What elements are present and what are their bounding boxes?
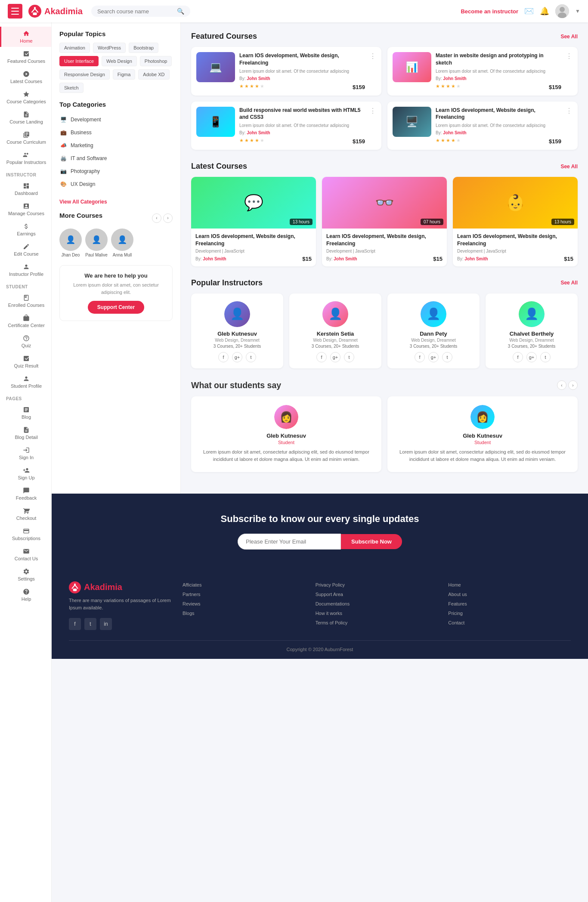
sidebar-item-quiz-result[interactable]: Quiz Result — [0, 352, 51, 372]
facebook-icon-4[interactable]: f — [513, 352, 523, 362]
category-item-photography[interactable]: 📷 Photography — [59, 165, 173, 178]
tag-user-interface[interactable]: User Interface — [59, 56, 99, 66]
course-author-link-3[interactable]: John Smith — [247, 130, 270, 135]
twitter-icon-3[interactable]: t — [442, 352, 452, 362]
footer-link-howitworks[interactable]: How it works — [316, 611, 342, 616]
category-item-marketing[interactable]: 📣 Marketing — [59, 139, 173, 152]
sidebar-item-certificate-center[interactable]: Certificate Center — [0, 311, 51, 331]
featured-courses-see-all[interactable]: See All — [560, 34, 578, 40]
sidebar-item-latest-courses[interactable]: Latest Courses — [0, 67, 51, 87]
googleplus-icon-3[interactable]: g+ — [428, 352, 439, 362]
latest-courses-see-all[interactable]: See All — [560, 164, 578, 170]
sidebar-item-checkout[interactable]: Checkout — [0, 504, 51, 524]
sidebar-item-feedback[interactable]: Feedback — [0, 484, 51, 504]
sidebar-item-enrolled-courses[interactable]: Enrolled Courses — [0, 291, 51, 311]
category-item-it-software[interactable]: 🖨️ IT and Software — [59, 152, 173, 165]
course-menu-2[interactable]: ⋮ — [566, 52, 573, 60]
sidebar-item-subscriptions[interactable]: Subscriptions — [0, 524, 51, 544]
latest-author-link-3[interactable]: John Smith — [464, 256, 488, 261]
twitter-icon-4[interactable]: t — [540, 352, 551, 362]
support-center-button[interactable]: Support Center — [88, 301, 144, 314]
sidebar-item-earnings[interactable]: Earnings — [0, 219, 51, 240]
sidebar-item-student-profile[interactable]: Student Profile — [0, 372, 51, 392]
tag-adobe-xd[interactable]: Adobe XD — [138, 69, 169, 80]
tag-bootstrap[interactable]: Bootstrap — [129, 43, 158, 53]
course-menu-4[interactable]: ⋮ — [566, 107, 573, 115]
popular-instructors-see-all[interactable]: See All — [560, 280, 578, 286]
logo[interactable]: Akadimia — [28, 5, 83, 18]
instructor-mini-annamull[interactable]: 👤 Anna Mull — [111, 229, 133, 257]
tag-photoshop[interactable]: Photoshop — [140, 56, 172, 66]
sidebar-item-course-landing[interactable]: Course Landing — [0, 108, 51, 128]
testimonials-next[interactable]: › — [568, 380, 578, 390]
tag-responsive-design[interactable]: Responsive Design — [59, 69, 110, 80]
tag-figma[interactable]: Figma — [113, 69, 136, 80]
mail-icon[interactable]: ✉️ — [524, 6, 534, 16]
sidebar-item-dashboard[interactable]: Dashboard — [0, 179, 51, 199]
category-item-business[interactable]: 💼 Business — [59, 126, 173, 139]
footer-link-docs[interactable]: Documentations — [316, 601, 350, 606]
footer-link-reviews[interactable]: Reviews — [183, 601, 201, 606]
sidebar-item-course-curriculum[interactable]: Course Curriculum — [0, 128, 51, 148]
footer-link-terms[interactable]: Terms of Policy — [316, 620, 348, 625]
avatar-dropdown-icon[interactable]: ▼ — [575, 8, 580, 14]
footer-twitter-icon[interactable]: t — [84, 618, 96, 630]
testimonials-prev[interactable]: ‹ — [557, 380, 566, 390]
footer-link-privacy[interactable]: Privacy Policy — [316, 582, 345, 587]
become-instructor-link[interactable]: Become an instructor — [461, 8, 518, 15]
footer-link-afficiates[interactable]: Afficiates — [183, 582, 201, 587]
footer-logo[interactable]: Akadimia — [69, 581, 164, 593]
tag-sketch[interactable]: Sketch — [59, 83, 84, 93]
footer-link-home[interactable]: Home — [448, 582, 461, 587]
footer-link-partners[interactable]: Partners — [183, 592, 201, 597]
sidebar-item-edit-course[interactable]: Edit Course — [0, 240, 51, 260]
course-author-link-1[interactable]: John Smith — [247, 76, 270, 81]
more-courses-next[interactable]: › — [163, 213, 173, 223]
facebook-icon-3[interactable]: f — [415, 352, 425, 362]
sidebar-item-instructor-profile[interactable]: Instructor Profile — [0, 260, 51, 280]
sidebar-item-quiz[interactable]: Quiz — [0, 331, 51, 352]
footer-link-features[interactable]: Features — [448, 601, 467, 606]
footer-link-about[interactable]: About us — [448, 592, 467, 597]
latest-author-link-1[interactable]: John Smith — [203, 256, 226, 261]
course-menu-1[interactable]: ⋮ — [369, 52, 376, 60]
footer-facebook-icon[interactable]: f — [69, 618, 81, 630]
sidebar-item-settings[interactable]: Settings — [0, 565, 51, 585]
avatar[interactable] — [555, 4, 569, 18]
course-author-link-2[interactable]: John Smith — [443, 76, 466, 81]
sidebar-item-sign-up[interactable]: Sign Up — [0, 463, 51, 484]
sidebar-item-manage-courses[interactable]: Manage Courses — [0, 199, 51, 219]
sidebar-item-blog[interactable]: Blog — [0, 403, 51, 423]
footer-link-blogs[interactable]: Blogs — [183, 611, 195, 616]
sidebar-item-contact-us[interactable]: Contact Us — [0, 544, 51, 565]
category-item-ux-design[interactable]: 🎨 UX Design — [59, 178, 173, 191]
facebook-icon[interactable]: f — [218, 352, 229, 362]
instructor-mini-paulmalive[interactable]: 👤 Paul Malive — [85, 229, 108, 257]
subscribe-button[interactable]: Subscribe Now — [341, 534, 402, 549]
googleplus-icon-4[interactable]: g+ — [526, 352, 537, 362]
sidebar-item-help[interactable]: Help — [0, 585, 51, 605]
sidebar-item-course-categories[interactable]: Course Categories — [0, 87, 51, 108]
more-courses-prev[interactable]: ‹ — [152, 213, 161, 223]
footer-link-contact[interactable]: Contact — [448, 620, 464, 625]
tag-animation[interactable]: Animation — [59, 43, 90, 53]
facebook-icon-2[interactable]: f — [316, 352, 327, 362]
footer-link-support[interactable]: Support Area — [316, 592, 343, 597]
sidebar-item-popular-instructors[interactable]: Popular Instructors — [0, 148, 51, 168]
view-all-categories-link[interactable]: View All Categories — [59, 199, 107, 205]
googleplus-icon[interactable]: g+ — [232, 352, 242, 362]
course-author-link-4[interactable]: John Smith — [443, 130, 466, 135]
sidebar-item-featured-courses[interactable]: Featured Courses — [0, 47, 51, 67]
latest-author-link-2[interactable]: John Smith — [334, 256, 357, 261]
footer-link-pricing[interactable]: Pricing — [448, 611, 463, 616]
search-input[interactable] — [97, 8, 175, 15]
twitter-icon[interactable]: t — [246, 352, 256, 362]
sidebar-item-blog-detail[interactable]: Blog Detail — [0, 423, 51, 443]
category-item-development[interactable]: 🖥️ Development — [59, 113, 173, 126]
tag-wordpress[interactable]: WordPress — [93, 43, 126, 53]
sidebar-item-sign-in[interactable]: Sign In — [0, 443, 51, 463]
googleplus-icon-2[interactable]: g+ — [330, 352, 340, 362]
hamburger-button[interactable] — [8, 4, 22, 19]
course-menu-3[interactable]: ⋮ — [369, 107, 376, 115]
sidebar-item-home[interactable]: Home — [0, 27, 51, 47]
